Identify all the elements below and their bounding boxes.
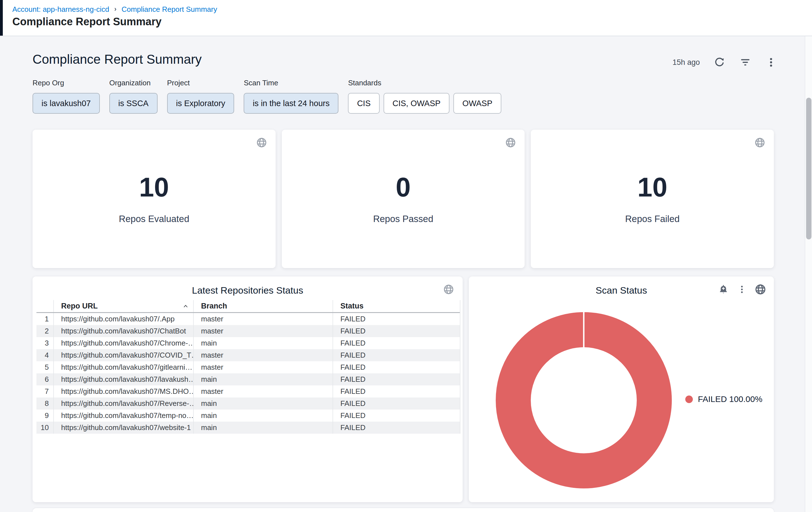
column-header-repo-url[interactable]: Repo URL <box>53 300 193 312</box>
filter-group: Projectis Exploratory <box>167 79 234 114</box>
cell-branch: main <box>193 337 332 349</box>
nav-sidebar-edge <box>0 0 3 36</box>
table-row: 5https://github.com/lavakush07/gitlearni… <box>36 361 460 373</box>
cell-num: 3 <box>36 337 53 349</box>
cell-branch: master <box>193 385 332 398</box>
breadcrumb-account-link[interactable]: Account: app-harness-ng-cicd <box>12 4 109 14</box>
table-row: 4https://github.com/lavakush07/COVID_T…m… <box>36 349 460 361</box>
cell-branch: main <box>193 398 332 409</box>
filter-label: Scan Time <box>244 79 339 87</box>
app-header: Account: app-harness-ng-cicd › Complianc… <box>0 0 812 36</box>
table-card-title: Latest Repositories Status <box>32 276 463 296</box>
tile-options-kebab-icon[interactable] <box>736 283 748 296</box>
filter-label: Organization <box>109 79 157 87</box>
filter-label: Repo Org <box>32 79 100 87</box>
cell-url: https://github.com/lavakush07/lavakush… <box>53 373 193 385</box>
column-header-status[interactable]: Status <box>332 300 460 312</box>
stat-label: Repos Failed <box>625 214 679 224</box>
filter-chip[interactable]: is in the last 24 hours <box>244 93 339 114</box>
filter-chip[interactable]: CIS <box>348 93 379 114</box>
column-header-branch[interactable]: Branch <box>193 300 332 312</box>
filter-row: Repo Orgis lavakush07Organizationis SSCA… <box>32 79 501 114</box>
filter-chip[interactable]: is lavakush07 <box>32 93 100 114</box>
cell-status: FAILED <box>332 385 460 398</box>
cell-branch: master <box>193 313 332 325</box>
dashboard-title: Compliance Report Summary <box>32 52 202 67</box>
last-refreshed-label: 15h ago <box>672 58 700 67</box>
repo-table: Repo URL Branch Status 1https://github.c… <box>36 300 460 434</box>
more-options-icon[interactable] <box>765 56 777 69</box>
stat-label: Repos Evaluated <box>119 214 189 224</box>
stat-card-repos-failed: 10 Repos Failed <box>531 130 774 268</box>
stat-label: Repos Passed <box>373 214 433 224</box>
cell-url: https://github.com/lavakush07/website-1 <box>53 422 193 434</box>
breadcrumb-current-link[interactable]: Compliance Report Summary <box>121 4 217 14</box>
table-row: 8https://github.com/lavakush07/Reverse-…… <box>36 398 460 409</box>
cell-url: https://github.com/lavakush07/temp-no… <box>53 409 193 422</box>
globe-icon[interactable] <box>754 137 765 149</box>
cell-url: https://github.com/lavakush07/.App <box>53 313 193 325</box>
legend-label-failed: FAILED 100.00% <box>698 395 762 404</box>
globe-icon[interactable] <box>256 137 267 149</box>
scrollbar-thumb[interactable] <box>806 98 811 239</box>
cell-branch: main <box>193 409 332 422</box>
stats-row: 10 Repos Evaluated 0 Repos Passed 10 Rep… <box>32 130 774 268</box>
stat-value: 10 <box>139 174 169 201</box>
cell-url: https://github.com/lavakush07/Reverse-… <box>53 398 193 409</box>
stat-card-repos-evaluated: 10 Repos Evaluated <box>32 130 276 268</box>
cell-num: 5 <box>36 361 53 373</box>
table-row: 3https://github.com/lavakush07/Chrome-…m… <box>36 337 460 349</box>
filter-chip[interactable]: is Exploratory <box>167 93 234 114</box>
cell-url: https://github.com/lavakush07/gitlearni… <box>53 361 193 373</box>
globe-icon[interactable] <box>754 283 766 296</box>
chart-legend: FAILED 100.00% <box>685 395 762 404</box>
cell-num: 6 <box>36 373 53 385</box>
filter-chip[interactable]: CIS, OWASP <box>383 93 450 114</box>
cell-num: 7 <box>36 385 53 398</box>
filter-chip[interactable]: is SSCA <box>109 93 157 114</box>
legend-dot-failed <box>685 396 693 403</box>
cell-status: FAILED <box>332 422 460 434</box>
sort-asc-icon <box>182 303 189 310</box>
table-row: 6https://github.com/lavakush07/lavakush…… <box>36 373 460 385</box>
breadcrumb: Account: app-harness-ng-cicd › Complianc… <box>12 4 217 14</box>
cell-url: https://github.com/lavakush07/Chrome-… <box>53 337 193 349</box>
cell-branch: master <box>193 349 332 361</box>
cell-branch: master <box>193 325 332 337</box>
cell-status: FAILED <box>332 313 460 325</box>
filter-label: Project <box>167 79 234 87</box>
stat-card-repos-passed: 0 Repos Passed <box>282 130 525 268</box>
donut-slice-failed <box>513 330 655 471</box>
cell-status: FAILED <box>332 409 460 422</box>
table-row: 7https://github.com/lavakush07/MS.DHO…ma… <box>36 385 460 398</box>
cell-num: 10 <box>36 422 53 434</box>
table-row: 1https://github.com/lavakush07/.Appmaste… <box>36 313 460 325</box>
cell-status: FAILED <box>332 398 460 409</box>
cell-status: FAILED <box>332 373 460 385</box>
filter-chip[interactable]: OWASP <box>454 93 501 114</box>
globe-icon[interactable] <box>505 137 516 149</box>
table-row: 10https://github.com/lavakush07/website-… <box>36 422 460 434</box>
stat-value: 10 <box>637 174 667 201</box>
filter-group: Scan Timeis in the last 24 hours <box>244 79 339 114</box>
filter-icon[interactable] <box>739 56 751 69</box>
table-header-row: Repo URL Branch Status <box>36 300 460 313</box>
bottom-row: Latest Repositories Status Repo URL Br <box>32 276 774 502</box>
cell-url: https://github.com/lavakush07/ChatBot <box>53 325 193 337</box>
scan-status-card: Scan Status <box>469 276 774 502</box>
alert-bell-plus-icon[interactable] <box>717 283 730 296</box>
breadcrumb-separator: › <box>114 4 116 14</box>
table-body: 1https://github.com/lavakush07/.Appmaste… <box>36 313 460 434</box>
cell-num: 9 <box>36 409 53 422</box>
cell-num: 2 <box>36 325 53 337</box>
filter-group: StandardsCISCIS, OWASPOWASP <box>348 79 501 114</box>
cell-branch: main <box>193 373 332 385</box>
cell-branch: main <box>193 422 332 434</box>
row-number-header <box>36 300 53 312</box>
cell-num: 1 <box>36 313 53 325</box>
refresh-icon[interactable] <box>713 56 726 69</box>
globe-icon[interactable] <box>443 284 454 296</box>
cell-branch: master <box>193 361 332 373</box>
cell-status: FAILED <box>332 337 460 349</box>
cell-status: FAILED <box>332 349 460 361</box>
